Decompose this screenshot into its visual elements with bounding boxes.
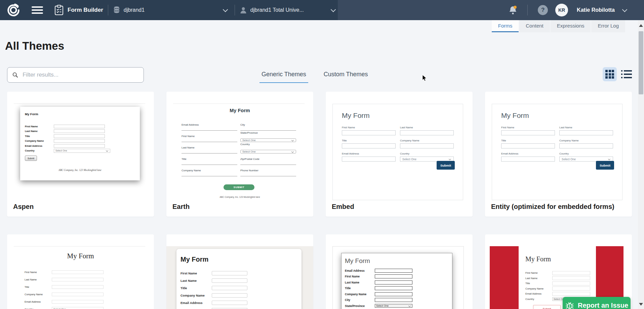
- field-label: Phone Number: [240, 169, 296, 172]
- product-switcher[interactable]: Form Builder: [54, 5, 103, 15]
- input-box: [54, 144, 105, 148]
- input-box: [552, 292, 590, 296]
- input-box: [54, 139, 105, 143]
- report-issue-button[interactable]: Report an Issue: [563, 297, 631, 309]
- field-label: Company Name: [180, 294, 212, 297]
- field-label: Company Name: [345, 293, 375, 296]
- form-row: Company Name: [182, 169, 237, 176]
- chevron-down-icon[interactable]: [622, 7, 628, 12]
- scrollbar-down-arrow[interactable]: [639, 303, 643, 306]
- input-box: [52, 285, 104, 289]
- tab-custom-themes[interactable]: Custom Themes: [322, 71, 370, 83]
- input-box: [559, 130, 613, 135]
- vertical-scrollbar[interactable]: [638, 20, 644, 309]
- field-label: Country: [400, 152, 458, 155]
- form-row: First NameLast Name: [342, 126, 463, 135]
- form-cell: First Name: [342, 126, 400, 135]
- form-row: Email Address: [345, 268, 452, 274]
- input-box: [501, 157, 555, 162]
- search-icon: [12, 72, 18, 78]
- theme-card[interactable]: My FormEmail AddressFirst NameLast NameT…: [166, 92, 313, 217]
- field-label: Company Name: [525, 287, 552, 290]
- tab-content[interactable]: Content: [519, 20, 550, 32]
- theme-card[interactable]: My FormFirst NameLast NameTitleCompany N…: [7, 92, 154, 217]
- input-box: [559, 143, 613, 148]
- field-label: Country: [240, 143, 296, 146]
- workspace-name: djbrand1 Total Unive...: [250, 7, 304, 13]
- field-label: Email Address: [25, 144, 54, 147]
- mini-form-title: My Form: [345, 257, 452, 265]
- mini-form-title: My Form: [180, 256, 301, 263]
- mini-form: My FormFirst NameLast NameTitleCompany N…: [20, 107, 140, 180]
- form-row: Company Name: [25, 291, 104, 298]
- tab-generic-themes[interactable]: Generic Themes: [259, 71, 308, 83]
- user-name: Katie Robilotta: [577, 7, 615, 13]
- list-view-button[interactable]: [621, 67, 633, 81]
- app-logo[interactable]: [4, 3, 23, 17]
- field-label: Title: [180, 286, 212, 290]
- tab-error-log[interactable]: Error Log: [591, 20, 625, 32]
- grid-view-button[interactable]: [603, 67, 617, 81]
- form-row: Phone Number: [240, 169, 296, 176]
- form-row: Last Name: [525, 276, 596, 281]
- theme-card[interactable]: My FormFirst NameLast NameTitleCompany N…: [7, 234, 154, 309]
- navbar-divider: [527, 5, 528, 15]
- select-value: Select One: [242, 150, 256, 153]
- filter-input[interactable]: [22, 71, 139, 79]
- theme-name: Aspen: [13, 203, 34, 211]
- tab-expressions[interactable]: Expressions: [551, 20, 591, 32]
- form-footer: ABC Company, Inc. 123 Mockingbird lane: [20, 169, 140, 172]
- theme-name: Earth: [172, 203, 190, 211]
- mouse-cursor: [422, 75, 428, 82]
- theme-card[interactable]: My FormFirst NameLast NameTitleCompany N…: [166, 234, 313, 309]
- notification-badge: [514, 6, 517, 9]
- scrollbar-thumb[interactable]: [639, 31, 643, 94]
- input-box: [212, 271, 247, 275]
- field-label: First Name: [25, 271, 52, 274]
- bell-icon[interactable]: [509, 5, 517, 15]
- form-row: First Name: [180, 269, 301, 277]
- navbar-left-group: Form Builder djbrand1 djbrand1 Total Uni…: [0, 0, 338, 20]
- form-row: CountrySelect One: [180, 306, 301, 309]
- brand-dropdown[interactable]: djbrand1: [113, 6, 230, 14]
- help-button[interactable]: ?: [538, 5, 548, 15]
- theme-card[interactable]: My FormEmail AddressFirst NameLast NameT…: [326, 234, 473, 309]
- select-value: Select One: [402, 158, 416, 161]
- workspace-dropdown[interactable]: djbrand1 Total Unive...: [240, 6, 338, 14]
- view-toggle: [603, 67, 633, 81]
- scrollbar-up-arrow[interactable]: [639, 24, 643, 27]
- field-label: First Name: [345, 275, 375, 278]
- form-cell: Last Name: [400, 126, 458, 135]
- chevron-down-icon: [608, 158, 610, 160]
- theme-preview: My FormFirst NameLast NameTitleCompany N…: [485, 92, 632, 217]
- form-row: CountrySelect One: [25, 305, 104, 309]
- field-label: Title: [25, 135, 54, 138]
- mini-form: My FormFirst NameLast NameTitleCompany N…: [332, 104, 463, 200]
- submit-button: SUBMIT: [224, 184, 254, 190]
- preview-divider: [14, 103, 145, 104]
- form-row: Email AddressCountrySelect One: [342, 152, 463, 162]
- database-icon: [113, 6, 120, 14]
- form-row: First Name: [182, 135, 237, 142]
- form-row: Title: [25, 134, 140, 139]
- brand-name: djbrand1: [124, 7, 145, 13]
- input-box: [52, 293, 104, 296]
- form-footer: ABC Company, Inc. 123 Mockingbird lane: [166, 196, 313, 198]
- field-label: Email Address: [345, 269, 375, 272]
- form-cell: Title: [342, 139, 400, 148]
- mini-form-title: My Form: [7, 252, 154, 260]
- form-cell: Company Name: [559, 139, 617, 148]
- input-underline: [240, 165, 296, 165]
- form-cell: Email Address: [501, 152, 559, 162]
- input-box: [212, 293, 247, 298]
- form-row: Title: [525, 281, 596, 286]
- user-avatar[interactable]: KR: [555, 4, 568, 16]
- field-label: City: [240, 123, 296, 126]
- theme-card[interactable]: My FormFirst NameLast NameTitleCompany N…: [326, 92, 473, 217]
- form-row: Last Name: [180, 277, 301, 284]
- input-box: [212, 301, 247, 305]
- theme-card[interactable]: My FormFirst NameLast NameTitleCompany N…: [485, 92, 632, 217]
- tab-forms[interactable]: Forms: [492, 20, 519, 32]
- hamburger-menu-icon[interactable]: [32, 6, 43, 14]
- field-label: Country: [525, 298, 552, 301]
